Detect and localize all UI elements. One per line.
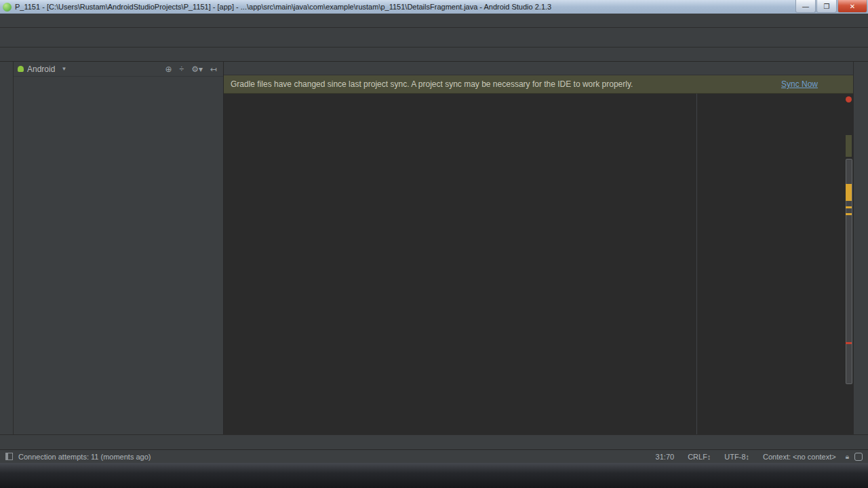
locate-icon[interactable]: ⊕ [163,64,174,74]
toggle-toolwindows-icon[interactable] [5,453,13,460]
project-tree [14,77,223,434]
error-mark [846,342,852,344]
status-message: Connection attempts: 11 (moments ago) [18,453,151,461]
editor-area: Gradle files have changed since last pro… [224,62,853,434]
windows-taskbar [0,463,868,488]
gradle-sync-banner: Gradle files have changed since last pro… [224,75,853,94]
encoding-selector[interactable]: UTF-8↕ [720,453,753,461]
android-studio-window: P_1151 - [C:\Users\Rustam\AndroidStudioP… [0,0,868,488]
minimize-button[interactable]: — [795,0,816,13]
main-toolbar [0,28,868,48]
editor-tab-bar [224,62,853,75]
project-view-selector[interactable]: Android [27,64,55,74]
collapse-all-icon[interactable]: ÷ [178,64,186,74]
warning-mark [846,206,852,208]
line-ending-selector[interactable]: CRLF↕ [684,453,715,461]
main-area: Android ▼ ⊕ ÷ ⚙▾ ↤ Gradle files have cha… [0,62,868,434]
android-view-icon [18,66,24,72]
sync-now-link[interactable]: Sync Now [781,79,846,89]
selection-mark [846,135,852,157]
status-bar: Connection attempts: 11 (moments ago) 31… [0,449,868,463]
close-button[interactable]: ✕ [837,0,867,13]
window-title: P_1151 - [C:\Users\Rustam\AndroidStudioP… [15,3,795,11]
error-stripe[interactable] [844,94,853,434]
tool-window-bar [0,434,868,449]
caret-position[interactable]: 31:70 [652,453,679,461]
hide-panel-icon[interactable]: ↤ [208,64,219,74]
gear-icon[interactable]: ⚙▾ [189,64,205,74]
right-margin-guide [696,94,697,434]
right-tool-strip [853,62,868,434]
left-tool-strip [0,62,14,434]
breadcrumb [0,48,868,62]
error-indicator-icon [846,96,852,102]
maximize-button[interactable]: ❐ [816,0,837,13]
lock-icon[interactable]: 🔒︎ [846,453,849,461]
project-panel: Android ▼ ⊕ ÷ ⚙▾ ↤ [14,62,224,434]
warning-mark [846,213,852,215]
android-studio-logo-icon [3,3,12,12]
context-indicator: Context: <no context> [759,453,840,461]
inspections-profile-icon[interactable] [854,453,863,461]
warning-mark [846,184,852,201]
title-bar: P_1151 - [C:\Users\Rustam\AndroidStudioP… [0,0,868,14]
chevron-down-icon[interactable]: ▼ [61,66,66,72]
project-panel-header: Android ▼ ⊕ ÷ ⚙▾ ↤ [14,62,223,77]
menu-bar [0,14,868,28]
code-editor[interactable] [224,94,853,434]
banner-message: Gradle files have changed since last pro… [231,79,633,89]
